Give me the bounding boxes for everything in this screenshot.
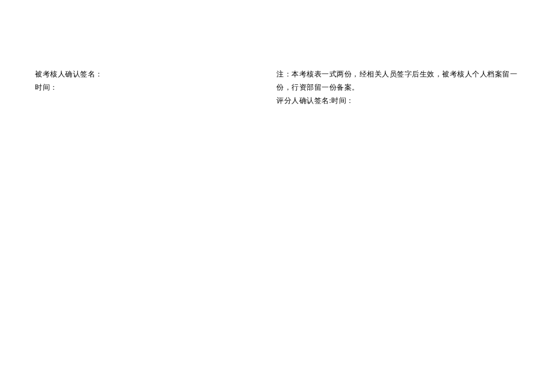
time-label-left: 时间： bbox=[35, 81, 264, 94]
right-note-block: 注：本考核表一式两份，经相关人员签字后生效，被考核人个人档案留一份，行资部留一份… bbox=[276, 67, 517, 107]
scorer-signature-time-label: 评分人确认签名:时间： bbox=[276, 94, 517, 107]
left-signature-block: 被考核人确认签名： 时间： bbox=[35, 67, 264, 94]
note-text: 注：本考核表一式两份，经相关人员签字后生效，被考核人个人档案留一份，行资部留一份… bbox=[276, 67, 517, 94]
examinee-signature-label: 被考核人确认签名： bbox=[35, 67, 264, 81]
